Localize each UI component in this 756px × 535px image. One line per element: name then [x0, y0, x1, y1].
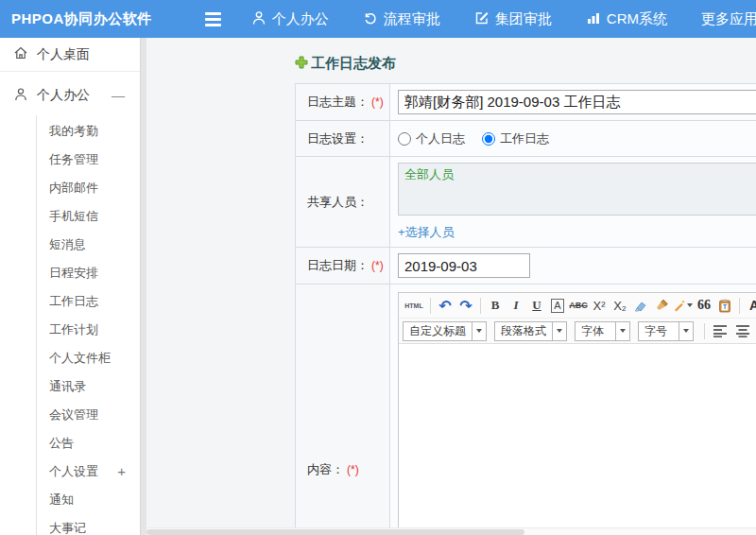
work-log-radio[interactable] — [482, 132, 495, 146]
paragraph-format-dropdown[interactable]: 段落格式 — [494, 321, 567, 341]
log-type-label-cell: 日志设置： — [296, 121, 390, 157]
sidebar-divider — [140, 38, 146, 535]
sidebar-group-label: 个人办公 — [37, 87, 90, 104]
log-type-row: 日志设置： 个人日志 工作日志 — [296, 121, 756, 157]
person-icon — [13, 87, 28, 105]
nav-workflow-approval[interactable]: 流程审批 — [363, 10, 440, 28]
select-people-link[interactable]: +选择人员 — [398, 224, 455, 241]
magic-wand-dropdown[interactable] — [673, 295, 693, 316]
nav-label: 个人办公 — [272, 10, 329, 28]
required-marker: (*) — [347, 463, 359, 476]
dropdown-label: 字体 — [576, 323, 615, 339]
sidebar-item-label: 手机短信 — [49, 202, 98, 231]
nav-group-approval[interactable]: 集团审批 — [474, 10, 552, 28]
sidebar-item-work-plan[interactable]: 工作计划 — [37, 316, 140, 344]
font-size-dropdown[interactable]: 字号 — [638, 321, 694, 341]
person-icon — [251, 10, 266, 28]
required-marker: (*) — [371, 95, 384, 109]
bar-chart-icon — [586, 10, 601, 28]
main-content: 工作日志发布 日志主题：(*) 日志设置： — [146, 38, 756, 535]
horizontal-scrollbar[interactable] — [146, 527, 756, 535]
scrollbar-thumb[interactable] — [146, 529, 524, 535]
font-color-button[interactable]: A — [745, 295, 756, 316]
superscript-button[interactable]: X² — [590, 295, 609, 316]
radio-label: 工作日志 — [500, 130, 549, 147]
sidebar-item-label: 公告 — [49, 429, 74, 457]
sidebar-item-sms[interactable]: 手机短信 — [37, 202, 140, 231]
custom-heading-dropdown[interactable]: 自定义标题 — [403, 321, 487, 341]
expand-plus-icon[interactable]: + — [117, 457, 126, 486]
sidebar-item-label: 工作计划 — [49, 316, 98, 344]
nav-label: CRM系统 — [607, 10, 667, 28]
nav-label: 流程审批 — [384, 10, 440, 28]
underline-button[interactable]: U — [527, 295, 546, 316]
strikethrough-button[interactable]: ABC — [569, 295, 588, 316]
hamburger-menu-icon[interactable] — [205, 12, 221, 26]
nav-more-apps[interactable]: 更多应用 — [701, 10, 756, 28]
paste-icon[interactable]: T — [715, 295, 734, 316]
subscript-button[interactable]: X₂ — [610, 295, 629, 316]
dropdown-label: 字号 — [639, 323, 679, 339]
radio-work-log[interactable]: 工作日志 — [482, 130, 549, 147]
top-nav: 个人办公 流程审批 集团审批 CRM系统 — [251, 10, 756, 28]
sidebar-item-task-management[interactable]: 任务管理 — [37, 146, 140, 174]
sidebar-item-internal-mail[interactable]: 内部邮件 — [37, 174, 140, 202]
editor-toolbar-row2: 自定义标题 段落格式 字体 — [399, 319, 756, 344]
sidebar-item-label: 大事记 — [49, 514, 86, 535]
share-row: 共享人员： 全部人员 +选择人员 — [296, 157, 756, 248]
sidebar-item-my-attendance[interactable]: 我的考勤 — [37, 117, 140, 146]
undo-icon[interactable]: ↶ — [436, 295, 455, 316]
editor-content-area[interactable] — [399, 344, 756, 535]
sidebar-item-short-message[interactable]: 短消息 — [37, 231, 140, 259]
shared-people-box[interactable]: 全部人员 — [398, 163, 756, 216]
sidebar-item-personal-desktop[interactable]: 个人桌面 — [0, 38, 140, 72]
bold-button[interactable]: B — [486, 295, 505, 316]
nav-label: 集团审批 — [495, 10, 552, 28]
sidebar-item-work-log[interactable]: 工作日志 — [37, 287, 140, 316]
nav-crm-system[interactable]: CRM系统 — [586, 10, 667, 28]
flow-icon — [363, 10, 378, 28]
log-type-label: 日志设置： — [307, 131, 369, 146]
subject-input[interactable] — [398, 90, 756, 114]
font-family-dropdown[interactable]: 字体 — [575, 321, 630, 341]
blockquote-button[interactable]: 66 — [695, 295, 713, 316]
sidebar-item-personal-file-cabinet[interactable]: 个人文件柜 — [37, 344, 140, 372]
rich-text-editor: HTML ↶ ↷ B I U A ABC X² — [398, 292, 756, 535]
eraser-icon[interactable] — [631, 295, 650, 316]
sidebar-item-major-events[interactable]: 大事记 — [37, 514, 140, 535]
sidebar-item-label: 通知 — [49, 486, 74, 514]
italic-button[interactable]: I — [507, 295, 525, 316]
caret-down-icon[interactable] — [552, 322, 566, 340]
sidebar-item-personal-settings[interactable]: 个人设置 + — [37, 457, 140, 486]
format-brush-icon[interactable] — [652, 295, 671, 316]
caret-down-icon[interactable] — [472, 322, 486, 340]
log-date-input[interactable] — [398, 253, 530, 278]
align-left-icon[interactable] — [710, 320, 730, 341]
dropdown-label: 段落格式 — [495, 323, 552, 339]
svg-text:T: T — [723, 303, 727, 310]
sidebar-item-address-book[interactable]: 通讯录 — [37, 372, 140, 401]
radio-personal-log[interactable]: 个人日志 — [398, 130, 465, 147]
page-title-text: 工作日志发布 — [311, 55, 396, 73]
page-title: 工作日志发布 — [295, 55, 756, 73]
sidebar-item-announcement[interactable]: 公告 — [37, 429, 140, 457]
sidebar-item-label: 日程安排 — [49, 259, 98, 287]
app-title: PHPOA协同办公软件 — [11, 10, 152, 28]
personal-log-radio[interactable] — [398, 132, 411, 146]
collapse-minus-icon[interactable]: — — [112, 88, 125, 103]
html-source-button[interactable]: HTML — [403, 295, 425, 316]
sidebar-item-meeting-management[interactable]: 会议管理 — [37, 401, 140, 429]
sidebar-item-notification[interactable]: 通知 — [37, 486, 140, 514]
sidebar-item-label: 内部邮件 — [49, 174, 98, 202]
sidebar-item-label: 个人设置 — [49, 457, 98, 486]
align-center-icon[interactable] — [732, 320, 753, 341]
caret-down-icon[interactable] — [679, 322, 693, 340]
nav-personal-office[interactable]: 个人办公 — [251, 10, 329, 28]
sidebar-group-personal-office[interactable]: 个人办公 — — [0, 76, 140, 115]
caret-down-icon[interactable] — [615, 322, 629, 340]
date-label-cell: 日志日期：(*) — [296, 248, 390, 285]
sidebar-item-schedule[interactable]: 日程安排 — [37, 259, 140, 287]
redo-icon[interactable]: ↷ — [456, 295, 475, 316]
font-style-button[interactable]: A — [548, 295, 567, 316]
content-label-cell: 内容：(*) — [296, 285, 390, 535]
